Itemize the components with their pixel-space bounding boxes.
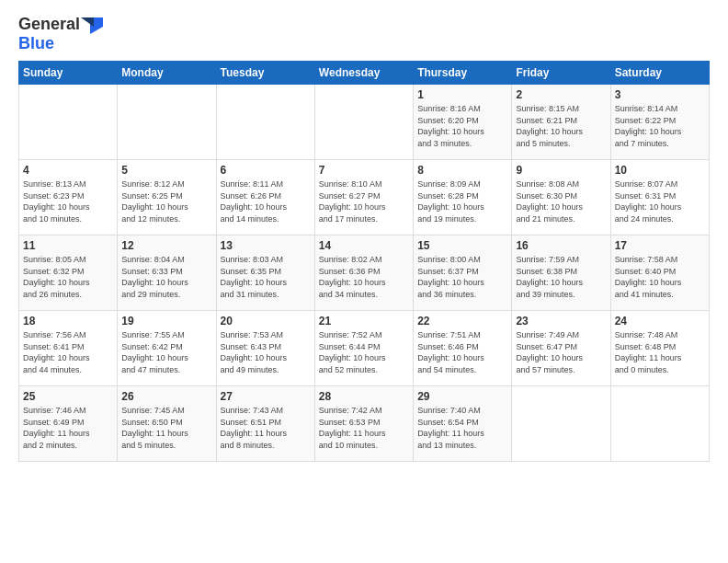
day-number: 9: [516, 164, 606, 177]
calendar-cell: [610, 386, 709, 462]
day-number: 18: [23, 315, 113, 327]
day-info: Sunrise: 7:49 AMSunset: 6:47 PMDaylight:…: [516, 329, 606, 375]
weekday-header-saturday: Saturday: [610, 62, 709, 85]
calendar-cell: 15Sunrise: 8:00 AMSunset: 6:37 PMDayligh…: [414, 236, 512, 311]
logo-blue-label: Blue: [18, 34, 54, 53]
calendar-cell: 13Sunrise: 8:03 AMSunset: 6:35 PMDayligh…: [216, 236, 314, 311]
calendar-week-4: 25Sunrise: 7:46 AMSunset: 6:49 PMDayligh…: [19, 386, 710, 462]
day-info: Sunrise: 8:03 AMSunset: 6:35 PMDaylight:…: [221, 254, 311, 300]
day-number: 22: [417, 315, 507, 327]
calendar-cell: 7Sunrise: 8:10 AMSunset: 6:27 PMDaylight…: [314, 160, 413, 236]
page: General Blue SundayMondayTuesdayWednesda…: [0, 0, 728, 563]
calendar-cell: 10Sunrise: 8:07 AMSunset: 6:31 PMDayligh…: [610, 160, 709, 236]
day-info: Sunrise: 8:08 AMSunset: 6:30 PMDaylight:…: [516, 178, 606, 224]
calendar-week-1: 4Sunrise: 8:13 AMSunset: 6:23 PMDaylight…: [19, 160, 710, 236]
day-number: 10: [615, 164, 705, 177]
day-info: Sunrise: 7:56 AMSunset: 6:41 PMDaylight:…: [23, 329, 113, 375]
calendar-cell: 8Sunrise: 8:09 AMSunset: 6:28 PMDaylight…: [414, 160, 512, 236]
day-number: 14: [319, 239, 409, 252]
day-number: 13: [221, 239, 311, 252]
day-info: Sunrise: 8:00 AMSunset: 6:37 PMDaylight:…: [417, 254, 507, 300]
day-number: 8: [417, 164, 507, 177]
calendar-cell: 16Sunrise: 7:59 AMSunset: 6:38 PMDayligh…: [512, 236, 610, 311]
calendar-cell: 28Sunrise: 7:42 AMSunset: 6:53 PMDayligh…: [314, 386, 413, 462]
day-info: Sunrise: 8:05 AMSunset: 6:32 PMDaylight:…: [23, 254, 113, 300]
day-number: 6: [221, 164, 311, 177]
day-info: Sunrise: 7:46 AMSunset: 6:49 PMDaylight:…: [23, 405, 113, 451]
day-number: 21: [319, 315, 409, 327]
day-number: 15: [417, 239, 507, 252]
day-number: 5: [121, 164, 211, 177]
calendar-cell: [314, 85, 413, 160]
calendar-cell: 4Sunrise: 8:13 AMSunset: 6:23 PMDaylight…: [19, 160, 118, 236]
calendar-table: SundayMondayTuesdayWednesdayThursdayFrid…: [18, 61, 710, 462]
calendar-cell: 3Sunrise: 8:14 AMSunset: 6:22 PMDaylight…: [610, 85, 709, 160]
day-info: Sunrise: 7:42 AMSunset: 6:53 PMDaylight:…: [319, 405, 409, 451]
calendar-cell: [216, 85, 314, 160]
calendar-cell: 20Sunrise: 7:53 AMSunset: 6:43 PMDayligh…: [216, 311, 314, 386]
calendar-cell: 9Sunrise: 8:08 AMSunset: 6:30 PMDaylight…: [512, 160, 610, 236]
day-info: Sunrise: 7:40 AMSunset: 6:54 PMDaylight:…: [417, 405, 507, 451]
day-info: Sunrise: 8:13 AMSunset: 6:23 PMDaylight:…: [23, 178, 113, 224]
day-number: 24: [615, 315, 705, 327]
calendar-cell: 18Sunrise: 7:56 AMSunset: 6:41 PMDayligh…: [19, 311, 118, 386]
day-number: 1: [417, 88, 507, 101]
calendar-cell: 6Sunrise: 8:11 AMSunset: 6:26 PMDaylight…: [216, 160, 314, 236]
day-info: Sunrise: 7:59 AMSunset: 6:38 PMDaylight:…: [516, 254, 606, 300]
weekday-header-friday: Friday: [512, 62, 610, 85]
day-info: Sunrise: 8:04 AMSunset: 6:33 PMDaylight:…: [121, 254, 211, 300]
calendar-header: SundayMondayTuesdayWednesdayThursdayFrid…: [19, 62, 710, 85]
day-number: 29: [417, 390, 507, 403]
day-info: Sunrise: 8:09 AMSunset: 6:28 PMDaylight:…: [417, 178, 507, 224]
calendar-cell: 19Sunrise: 7:55 AMSunset: 6:42 PMDayligh…: [118, 311, 216, 386]
day-info: Sunrise: 8:10 AMSunset: 6:27 PMDaylight:…: [319, 178, 409, 224]
day-info: Sunrise: 7:45 AMSunset: 6:50 PMDaylight:…: [121, 405, 211, 451]
calendar-cell: 1Sunrise: 8:16 AMSunset: 6:20 PMDaylight…: [414, 85, 512, 160]
calendar-cell: 11Sunrise: 8:05 AMSunset: 6:32 PMDayligh…: [19, 236, 118, 311]
day-info: Sunrise: 7:43 AMSunset: 6:51 PMDaylight:…: [221, 405, 311, 451]
calendar-cell: 26Sunrise: 7:45 AMSunset: 6:50 PMDayligh…: [118, 386, 216, 462]
day-info: Sunrise: 7:55 AMSunset: 6:42 PMDaylight:…: [121, 329, 211, 375]
day-number: 16: [516, 239, 606, 252]
calendar-cell: [19, 85, 118, 160]
day-number: 4: [23, 164, 113, 177]
weekday-header-tuesday: Tuesday: [216, 62, 314, 85]
calendar-cell: 29Sunrise: 7:40 AMSunset: 6:54 PMDayligh…: [414, 386, 512, 462]
calendar-cell: 23Sunrise: 7:49 AMSunset: 6:47 PMDayligh…: [512, 311, 610, 386]
day-info: Sunrise: 8:15 AMSunset: 6:21 PMDaylight:…: [516, 103, 606, 149]
day-info: Sunrise: 7:52 AMSunset: 6:44 PMDaylight:…: [319, 329, 409, 375]
day-info: Sunrise: 7:58 AMSunset: 6:40 PMDaylight:…: [615, 254, 705, 300]
calendar-cell: 12Sunrise: 8:04 AMSunset: 6:33 PMDayligh…: [118, 236, 216, 311]
day-number: 3: [615, 88, 705, 101]
logo: General Blue: [18, 15, 104, 53]
logo-bird-icon: [81, 16, 103, 34]
day-info: Sunrise: 8:16 AMSunset: 6:20 PMDaylight:…: [417, 103, 507, 149]
header: General Blue: [18, 15, 710, 53]
day-info: Sunrise: 7:53 AMSunset: 6:43 PMDaylight:…: [221, 329, 311, 375]
calendar-cell: 27Sunrise: 7:43 AMSunset: 6:51 PMDayligh…: [216, 386, 314, 462]
calendar-cell: 2Sunrise: 8:15 AMSunset: 6:21 PMDaylight…: [512, 85, 610, 160]
day-info: Sunrise: 8:11 AMSunset: 6:26 PMDaylight:…: [221, 178, 311, 224]
calendar-cell: 5Sunrise: 8:12 AMSunset: 6:25 PMDaylight…: [118, 160, 216, 236]
weekday-header-monday: Monday: [118, 62, 216, 85]
weekday-row: SundayMondayTuesdayWednesdayThursdayFrid…: [19, 62, 710, 85]
day-info: Sunrise: 8:14 AMSunset: 6:22 PMDaylight:…: [615, 103, 705, 149]
day-info: Sunrise: 8:02 AMSunset: 6:36 PMDaylight:…: [319, 254, 409, 300]
day-number: 2: [516, 88, 606, 101]
day-info: Sunrise: 7:51 AMSunset: 6:46 PMDaylight:…: [417, 329, 507, 375]
day-number: 23: [516, 315, 606, 327]
day-info: Sunrise: 7:48 AMSunset: 6:48 PMDaylight:…: [615, 329, 705, 375]
weekday-header-sunday: Sunday: [19, 62, 118, 85]
calendar-week-0: 1Sunrise: 8:16 AMSunset: 6:20 PMDaylight…: [19, 85, 710, 160]
svg-marker-1: [81, 17, 94, 27]
day-number: 7: [319, 164, 409, 177]
calendar-cell: [512, 386, 610, 462]
calendar-body: 1Sunrise: 8:16 AMSunset: 6:20 PMDaylight…: [19, 85, 710, 462]
day-number: 11: [23, 239, 113, 252]
day-info: Sunrise: 8:12 AMSunset: 6:25 PMDaylight:…: [121, 178, 211, 224]
logo-general-text: General: [18, 15, 80, 34]
day-number: 26: [121, 390, 211, 403]
day-number: 20: [221, 315, 311, 327]
calendar-week-2: 11Sunrise: 8:05 AMSunset: 6:32 PMDayligh…: [19, 236, 710, 311]
calendar-week-3: 18Sunrise: 7:56 AMSunset: 6:41 PMDayligh…: [19, 311, 710, 386]
